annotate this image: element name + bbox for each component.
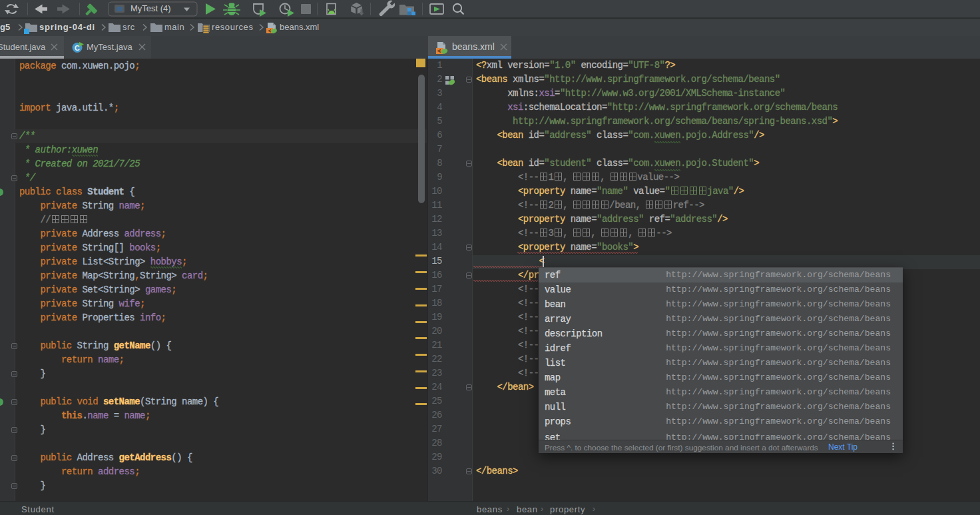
svg-text:C: C	[75, 44, 80, 52]
